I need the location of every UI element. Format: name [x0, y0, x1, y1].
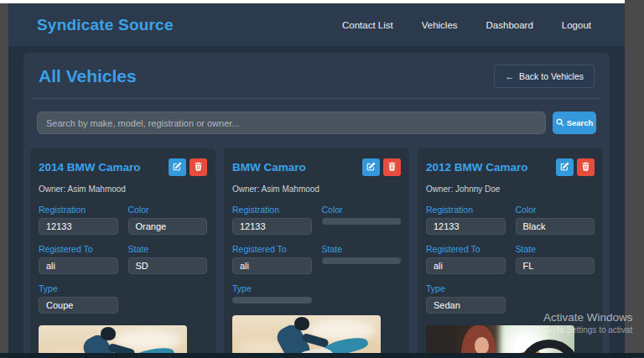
back-arrow-icon: ←: [505, 71, 514, 81]
field-color: Color Orange: [128, 205, 208, 235]
field-value: SD: [128, 257, 208, 274]
nav-link-vehicles[interactable]: Vehicles: [422, 20, 458, 30]
vehicle-fields: Registration 12133 Color Registered To a…: [232, 205, 401, 304]
field-state: State: [322, 244, 402, 274]
field-color: Color Black: [516, 205, 595, 235]
field-registration: Registration 12133: [39, 205, 118, 235]
field-value: Coupe: [39, 297, 118, 314]
field-registered-to: Registered To ali: [426, 244, 506, 274]
card-header: 2014 BMW Camaro: [39, 158, 207, 176]
delete-vehicle-button[interactable]: [190, 158, 207, 176]
search-bar: Search: [37, 112, 596, 134]
field-value: 12133: [39, 218, 118, 235]
nav-link-logout[interactable]: Logout: [562, 20, 591, 30]
field-value: ali: [39, 257, 118, 274]
nav-link-dashboard[interactable]: Dashboard: [486, 20, 533, 30]
edit-pencil-icon: [560, 161, 569, 174]
vehicles-panel: All Vehicles ← Back to Vehicles Search: [23, 53, 610, 358]
search-button-label: Search: [567, 118, 594, 127]
watermark-line2: Go to Settings to activat: [543, 325, 633, 335]
field-label: Registration: [232, 205, 312, 215]
field-label: State: [322, 244, 402, 254]
field-label: Type: [232, 283, 312, 293]
field-label: Type: [39, 283, 118, 293]
panel-header: All Vehicles ← Back to Vehicles: [30, 61, 603, 88]
field-value: FL: [516, 257, 595, 274]
edit-vehicle-button[interactable]: [169, 158, 186, 176]
back-button-label: Back to Vehicles: [519, 71, 584, 81]
field-registered-to: Registered To ali: [232, 244, 312, 274]
page-content: All Vehicles ← Back to Vehicles Search: [8, 46, 625, 358]
delete-vehicle-button[interactable]: [383, 158, 401, 176]
field-value: 12133: [232, 218, 312, 235]
vehicle-title: 2012 BMW Camaro: [426, 161, 553, 174]
field-value: ali: [426, 257, 506, 274]
trash-icon: [194, 161, 203, 174]
field-value: [322, 257, 402, 264]
field-label: State: [128, 244, 208, 254]
search-button[interactable]: Search: [553, 112, 596, 134]
field-label: Color: [322, 205, 402, 215]
vehicle-fields: Registration 12133 Color Black Registere…: [426, 205, 595, 314]
search-input[interactable]: [37, 112, 546, 134]
owner-label: Owner: Johnny Doe: [426, 184, 595, 194]
field-label: State: [516, 244, 595, 254]
nav-links: Contact List Vehicles Dashboard Logout: [342, 20, 591, 30]
window-top-edge: [0, 0, 625, 3]
field-value: [232, 297, 312, 304]
search-icon: [556, 118, 564, 128]
field-label: Type: [426, 283, 506, 293]
field-state: State SD: [128, 244, 208, 274]
field-value: Black: [516, 218, 595, 235]
field-registered-to: Registered To ali: [39, 244, 118, 274]
browser-window: Syndicate Source Contact List Vehicles D…: [8, 3, 625, 358]
field-type: Type Coupe: [39, 283, 118, 314]
header-divider: [32, 98, 601, 99]
vehicle-title: BMW Camaro: [232, 161, 359, 174]
card-header: BMW Camaro: [232, 158, 401, 176]
navbar: Syndicate Source Contact List Vehicles D…: [8, 3, 625, 46]
field-type: Type: [232, 283, 312, 304]
nav-link-contact-list[interactable]: Contact List: [342, 20, 393, 30]
field-label: Registered To: [426, 244, 506, 254]
owner-label: Owner: Asim Mahmood: [39, 184, 207, 194]
edit-vehicle-button[interactable]: [362, 158, 380, 176]
trash-icon: [581, 161, 590, 174]
page-title: All Vehicles: [39, 66, 494, 86]
owner-label: Owner: Asim Mahmood: [232, 184, 401, 194]
field-type: Type Sedan: [426, 283, 506, 314]
field-label: Registration: [39, 205, 118, 215]
field-label: Registration: [426, 205, 506, 215]
vehicle-fields: Registration 12133 Color Orange Register…: [39, 205, 207, 314]
watermark-line1: Activate Windows: [543, 311, 633, 324]
field-label: Registered To: [232, 244, 312, 254]
back-to-vehicles-button[interactable]: ← Back to Vehicles: [494, 65, 595, 88]
vehicle-cards-grid: 2014 BMW Camaro Owner: Asim Mahmood Regi…: [30, 148, 603, 358]
field-label: Color: [128, 205, 208, 215]
field-value: Orange: [128, 218, 208, 235]
field-color: Color: [322, 205, 402, 235]
brand-title[interactable]: Syndicate Source: [37, 16, 174, 34]
field-value: [322, 218, 402, 225]
field-value: 12133: [426, 218, 506, 235]
vehicle-card: 2014 BMW Camaro Owner: Asim Mahmood Regi…: [30, 148, 216, 358]
field-value: Sedan: [426, 297, 506, 314]
edit-pencil-icon: [366, 161, 376, 174]
field-label: Color: [516, 205, 595, 215]
field-label: Registered To: [39, 244, 118, 254]
field-registration: Registration 12133: [232, 205, 312, 235]
trash-icon: [387, 161, 397, 174]
vehicle-image-motocross: [232, 315, 381, 358]
vehicle-title: 2014 BMW Camaro: [39, 161, 165, 174]
activate-windows-watermark: Activate Windows Go to Settings to activ…: [543, 311, 633, 335]
vehicle-card: BMW Camaro Owner: Asim Mahmood Registrat…: [224, 148, 409, 358]
card-header: 2012 BMW Camaro: [426, 158, 595, 176]
field-registration: Registration 12133: [426, 205, 506, 235]
delete-vehicle-button[interactable]: [577, 158, 595, 176]
edit-pencil-icon: [173, 161, 182, 174]
screen-bottom-edge: [0, 353, 644, 358]
edit-vehicle-button[interactable]: [556, 158, 574, 176]
field-state: State FL: [516, 244, 595, 274]
field-value: ali: [232, 257, 312, 274]
